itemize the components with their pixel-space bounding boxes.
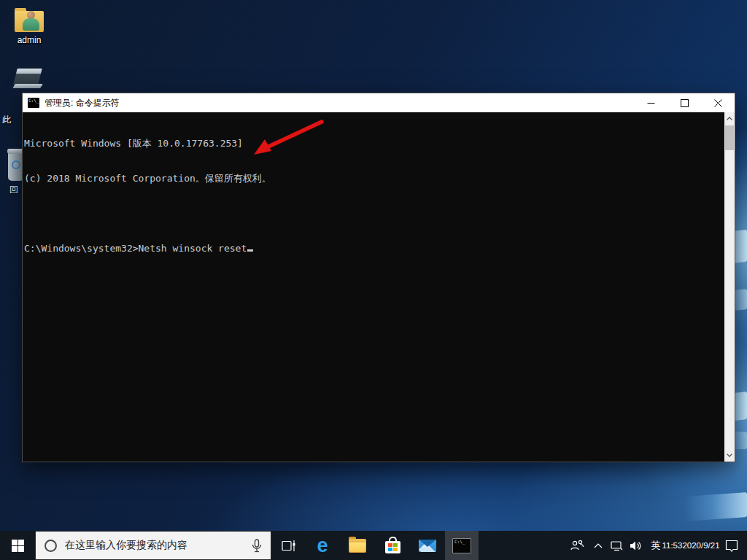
maximize-icon: [681, 99, 689, 107]
window-titlebar[interactable]: C:\_ 管理员: 命令提示符: [23, 93, 735, 112]
network-icon: [611, 540, 623, 551]
terminal-command: Netsh winsock reset: [139, 243, 247, 254]
system-tray: 英 11:53 2020/9/21: [565, 531, 747, 560]
start-button[interactable]: [0, 531, 35, 560]
show-hidden-icons-button[interactable]: [589, 531, 607, 560]
wallpaper-light-beam: [684, 492, 747, 521]
scrollbar-up-arrow[interactable]: [724, 113, 735, 124]
command-prompt-icon: C:\_: [452, 538, 471, 553]
desktop-icon-this-pc[interactable]: [12, 69, 44, 89]
computer-icon: [14, 69, 42, 89]
terminal-prompt: C:\Windows\system32>: [24, 243, 139, 254]
terminal-output[interactable]: Microsoft Windows [版本 10.0.17763.253] (c…: [23, 112, 724, 462]
user-folder-icon: [15, 9, 44, 32]
file-explorer-icon: [349, 539, 366, 553]
terminal-prompt-line: C:\Windows\system32>Netsh winsock reset: [24, 243, 724, 254]
taskbar-app-microsoft-store[interactable]: [375, 531, 410, 560]
tray-date: 2020/9/21: [682, 540, 719, 551]
people-button[interactable]: [565, 531, 589, 560]
terminal-blank-line: [24, 208, 724, 219]
action-center-button[interactable]: [716, 531, 747, 560]
tray-time: 11:53: [662, 540, 682, 551]
chevron-up-icon: [594, 543, 603, 548]
terminal-line: Microsoft Windows [版本 10.0.17763.253]: [24, 138, 724, 149]
cmd-window-icon: C:\_: [28, 98, 39, 108]
people-icon: [570, 540, 584, 551]
ime-indicator: 英: [651, 539, 661, 552]
cortana-icon: [44, 540, 57, 552]
minimize-button[interactable]: [634, 93, 667, 112]
terminal-scrollbar[interactable]: [724, 112, 735, 462]
close-icon: [714, 99, 722, 107]
volume-button[interactable]: [626, 531, 646, 560]
desktop-icon-admin-folder[interactable]: admin: [9, 9, 50, 45]
windows-logo-icon: [12, 540, 24, 552]
terminal-cursor: [247, 249, 253, 252]
volume-icon: [630, 540, 643, 551]
clock-button[interactable]: 11:53 2020/9/21: [665, 531, 716, 560]
taskbar-app-edge[interactable]: e: [305, 531, 340, 560]
taskbar-app-command-prompt-active[interactable]: C:\_: [445, 531, 479, 560]
edge-icon: e: [317, 536, 328, 556]
maximize-button[interactable]: [667, 93, 701, 112]
taskbar-search-box[interactable]: 在这里输入你要搜索的内容: [35, 531, 271, 560]
minimize-icon: [647, 99, 655, 107]
task-view-button[interactable]: [271, 531, 305, 560]
taskbar-app-file-explorer[interactable]: [340, 531, 375, 560]
action-center-icon: [725, 540, 738, 552]
this-pc-label-fragment: 此: [2, 114, 11, 126]
terminal-line: (c) 2018 Microsoft Corporation。保留所有权利。: [24, 173, 724, 184]
taskbar: 在这里输入你要搜索的内容 e: [0, 531, 747, 560]
command-prompt-window: C:\_ 管理员: 命令提示符 Microsoft Windows [版本 10…: [22, 93, 735, 462]
task-view-icon: [282, 540, 295, 552]
mail-icon: [419, 540, 436, 552]
search-placeholder: 在这里输入你要搜索的内容: [65, 539, 252, 552]
recycle-bin-label-fragment: 回: [9, 184, 18, 196]
taskbar-app-mail[interactable]: [410, 531, 445, 560]
network-status-button[interactable]: [607, 531, 626, 560]
microsoft-store-icon: [385, 541, 400, 553]
close-button[interactable]: [701, 93, 735, 112]
window-title: 管理员: 命令提示符: [44, 97, 634, 109]
admin-icon-label: admin: [18, 35, 42, 45]
scrollbar-down-arrow[interactable]: [724, 450, 735, 461]
scrollbar-thumb[interactable]: [725, 125, 734, 150]
microphone-icon[interactable]: [252, 539, 262, 553]
